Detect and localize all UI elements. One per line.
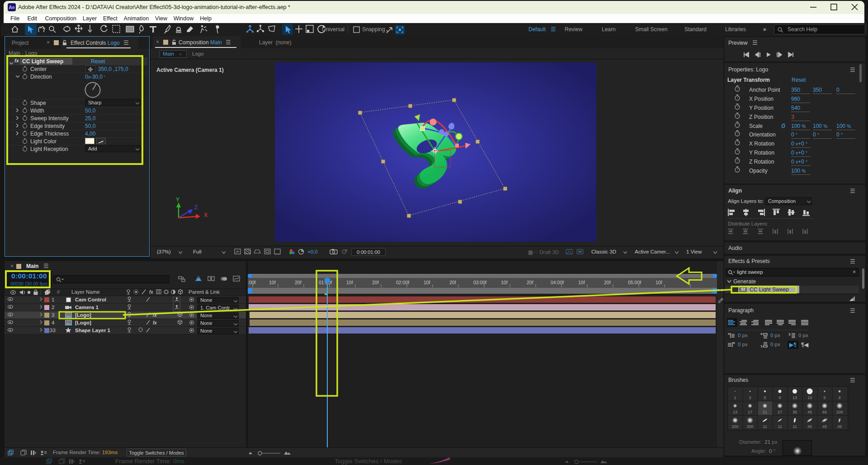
- svg-text:45: 45: [807, 410, 812, 414]
- svg-text:3: 3: [749, 395, 751, 400]
- svg-text:11: 11: [763, 424, 767, 429]
- svg-text:9: 9: [778, 395, 781, 400]
- svg-text:Y: Y: [176, 197, 179, 203]
- svg-text:17: 17: [748, 410, 752, 414]
- svg-text:1: 1: [734, 395, 736, 400]
- svg-text:fx: fx: [153, 320, 157, 325]
- svg-text:X: X: [204, 212, 208, 218]
- svg-text:fx: fx: [153, 313, 157, 318]
- svg-text:45: 45: [837, 424, 842, 429]
- svg-text:11: 11: [778, 424, 782, 429]
- svg-text:19: 19: [807, 395, 812, 400]
- svg-text:fx: fx: [149, 290, 153, 295]
- svg-text:200: 200: [731, 424, 738, 429]
- svg-text:100: 100: [836, 410, 843, 414]
- svg-text:5: 5: [823, 395, 826, 400]
- svg-text:65: 65: [822, 410, 827, 414]
- svg-text:27: 27: [778, 410, 782, 414]
- svg-text:Z: Z: [194, 204, 198, 211]
- svg-text:13: 13: [793, 395, 797, 400]
- svg-text:21: 21: [763, 410, 767, 414]
- svg-text:5: 5: [764, 395, 766, 400]
- svg-text:9: 9: [838, 395, 840, 400]
- svg-text:45: 45: [807, 424, 812, 429]
- svg-text:300: 300: [746, 424, 753, 429]
- svg-text:11: 11: [793, 424, 797, 429]
- svg-text:45: 45: [822, 424, 827, 429]
- svg-text:35: 35: [793, 410, 797, 414]
- svg-text:13: 13: [733, 410, 737, 414]
